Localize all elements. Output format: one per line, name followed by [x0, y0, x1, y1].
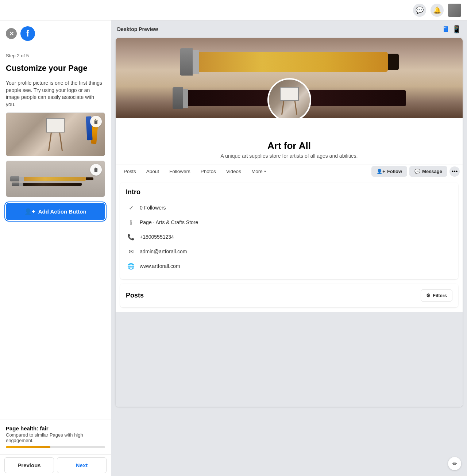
desktop-preview-icon[interactable]: 🖥	[442, 25, 449, 34]
message-button[interactable]: 💬 Message	[409, 166, 447, 177]
posts-title: Posts	[126, 292, 144, 299]
message-label: Message	[422, 169, 442, 174]
intro-website: www.artforall.com	[140, 263, 180, 269]
mobile-preview-icon[interactable]: 📱	[452, 25, 461, 34]
follow-label: Follow	[387, 169, 402, 174]
left-panel: ✕ f Step 2 of 5 Customize your Page Your…	[0, 20, 111, 476]
intro-page-type: Page · Arts & Crafts Store	[140, 219, 198, 225]
nav-photos[interactable]: Photos	[196, 165, 221, 178]
posts-empty-area	[116, 312, 463, 407]
nav-followers[interactable]: Followers	[164, 165, 196, 178]
filters-icon: ⚙	[426, 293, 431, 298]
health-bar-fill	[6, 446, 50, 448]
preview-title: Desktop Preview	[117, 26, 158, 32]
followers-icon: ✓	[126, 203, 136, 213]
filters-label: Filters	[433, 293, 447, 298]
top-bar: 💬 🔔	[0, 0, 467, 20]
intro-website-row: 🌐 www.artforall.com	[126, 259, 452, 273]
page-nav: Posts About Followers Photos Videos More…	[116, 165, 463, 178]
add-action-button[interactable]: 👤+ Add Action Button	[6, 203, 105, 220]
notifications-icon[interactable]: 🔔	[431, 4, 444, 17]
message-icon: 💬	[414, 169, 420, 174]
step-label: Step 2 of 5	[6, 53, 105, 58]
edit-overlay-button[interactable]: ✏	[448, 457, 461, 470]
facebook-logo: f	[20, 26, 35, 41]
add-action-icon: 👤+	[24, 208, 35, 215]
panel-description: Your profile picture is one of the first…	[6, 80, 105, 108]
intro-phone-row: 📞 +18005551234	[126, 230, 452, 244]
previous-button[interactable]: Previous	[4, 457, 54, 473]
page-health-label: Page health: fair	[6, 425, 105, 431]
intro-card: Intro ✓ 0 Followers ℹ Page · Arts & Craf…	[120, 183, 458, 279]
nav-videos[interactable]: Videos	[221, 165, 246, 178]
phone-icon: 📞	[126, 232, 136, 242]
nav-about[interactable]: About	[141, 165, 164, 178]
intro-phone: +18005551234	[140, 234, 174, 240]
intro-followers: 0 Followers	[140, 205, 166, 211]
posts-card: Posts ⚙ Filters	[120, 284, 458, 307]
intro-title: Intro	[126, 188, 452, 196]
panel-title: Customize your Page	[6, 64, 105, 73]
preview-header: Desktop Preview 🖥 📱	[111, 20, 467, 38]
nav-buttons: Previous Next	[0, 454, 111, 476]
globe-icon: 🌐	[126, 261, 136, 271]
cover-photo-area	[116, 38, 463, 118]
intro-email: admin@artforall.com	[140, 249, 187, 254]
intro-type-row: ℹ Page · Arts & Crafts Store	[126, 215, 452, 230]
page-info-section: Art for All A unique art supplies store …	[116, 118, 463, 165]
profile-image-card-2: 🗑	[6, 161, 105, 197]
main-layout: ✕ f Step 2 of 5 Customize your Page Your…	[0, 20, 467, 476]
profile-picture	[267, 78, 311, 118]
page-name: Art for All	[121, 140, 457, 151]
info-icon: ℹ	[126, 217, 136, 227]
follow-icon: 👤+	[377, 169, 385, 174]
health-bar-track	[6, 446, 105, 448]
email-icon: ✉	[126, 246, 136, 257]
panel-content: Step 2 of 5 Customize your Page Your pro…	[0, 47, 111, 419]
user-avatar[interactable]	[448, 4, 461, 17]
nav-posts[interactable]: Posts	[119, 165, 141, 178]
next-button[interactable]: Next	[57, 457, 107, 473]
nav-more[interactable]: More ▾	[246, 165, 271, 178]
more-actions-button[interactable]: •••	[449, 166, 460, 177]
fb-page-preview: Art for All A unique art supplies store …	[116, 38, 463, 407]
page-nav-actions: 👤+ Follow 💬 Message •••	[371, 166, 460, 177]
close-button[interactable]: ✕	[6, 28, 17, 39]
add-action-label: Add Action Button	[38, 208, 86, 215]
page-health-sub: Compared to similar Pages with high enga…	[6, 432, 105, 443]
profile-image-card-1: 🗑	[6, 112, 105, 156]
filters-button[interactable]: ⚙ Filters	[421, 289, 452, 302]
intro-email-row: ✉ admin@artforall.com	[126, 244, 452, 259]
preview-icons: 🖥 📱	[442, 25, 461, 34]
page-health-section: Page health: fair Compared to similar Pa…	[0, 419, 111, 454]
intro-followers-row: ✓ 0 Followers	[126, 200, 452, 215]
messenger-icon[interactable]: 💬	[413, 4, 426, 17]
right-panel: Desktop Preview 🖥 📱	[111, 20, 467, 476]
page-tagline: A unique art supplies store for artists …	[121, 153, 457, 159]
follow-button[interactable]: 👤+ Follow	[371, 166, 407, 177]
panel-header: ✕ f	[0, 20, 111, 47]
